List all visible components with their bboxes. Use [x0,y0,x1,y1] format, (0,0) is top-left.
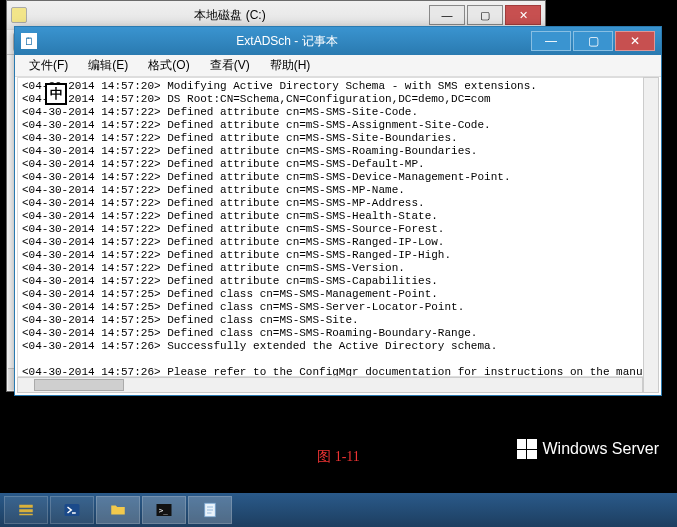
menu-edit[interactable]: 编辑(E) [78,57,138,74]
notepad-icon [201,501,219,519]
menu-help[interactable]: 帮助(H) [260,57,321,74]
taskbar: >_ [0,493,677,527]
svg-rect-0 [19,505,33,508]
server-manager-icon [17,501,35,519]
taskbar-cmd[interactable]: >_ [142,496,186,524]
horizontal-scrollbar[interactable] [17,377,643,393]
notepad-titlebar[interactable]: 🗒 ExtADSch - 记事本 — ▢ ✕ [15,27,661,55]
ime-indicator[interactable]: 中 [45,83,67,105]
close-button[interactable]: ✕ [505,5,541,25]
notepad-text-content[interactable]: <04-30-2014 14:57:20> Modifying Active D… [18,78,658,377]
taskbar-server-manager[interactable] [4,496,48,524]
notepad-menu-bar: 文件(F) 编辑(E) 格式(O) 查看(V) 帮助(H) [15,55,661,77]
vertical-scrollbar[interactable] [643,77,659,393]
svg-text:>_: >_ [159,506,169,515]
notepad-window-controls: — ▢ ✕ [529,31,655,51]
notepad-window: 🗒 ExtADSch - 记事本 — ▢ ✕ 文件(F) 编辑(E) 格式(O)… [14,26,662,396]
explorer-window-controls: — ▢ ✕ [427,5,541,25]
cmd-icon: >_ [155,501,173,519]
taskbar-notepad[interactable] [188,496,232,524]
folder-icon [109,501,127,519]
drive-icon [11,7,27,23]
close-button[interactable]: ✕ [615,31,655,51]
explorer-titlebar[interactable]: 本地磁盘 (C:) — ▢ ✕ [7,1,545,29]
windows-logo-icon [517,439,537,459]
minimize-button[interactable]: — [531,31,571,51]
branding-text: Windows Server [543,440,659,458]
scrollbar-thumb[interactable] [34,379,124,391]
taskbar-powershell[interactable] [50,496,94,524]
notepad-title: ExtADSch - 记事本 [45,33,529,50]
svg-rect-2 [19,514,33,516]
menu-file[interactable]: 文件(F) [19,57,78,74]
maximize-button[interactable]: ▢ [573,31,613,51]
menu-view[interactable]: 查看(V) [200,57,260,74]
menu-format[interactable]: 格式(O) [138,57,199,74]
taskbar-file-explorer[interactable] [96,496,140,524]
windows-server-branding: Windows Server [517,439,659,459]
notepad-icon: 🗒 [21,33,37,49]
svg-rect-1 [19,509,33,512]
maximize-button[interactable]: ▢ [467,5,503,25]
minimize-button[interactable]: — [429,5,465,25]
notepad-text-area[interactable]: <04-30-2014 14:57:20> Modifying Active D… [17,77,659,377]
powershell-icon [63,501,81,519]
explorer-title: 本地磁盘 (C:) [33,7,427,24]
